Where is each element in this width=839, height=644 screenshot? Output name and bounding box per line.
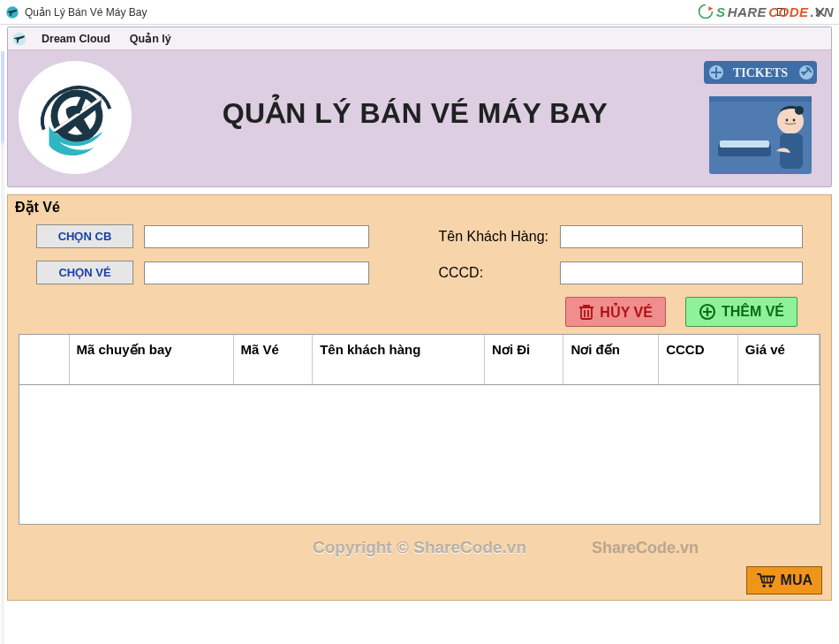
plane-globe-logo [19,61,132,174]
svg-point-20 [762,585,766,588]
svg-text:TICKETS: TICKETS [733,66,788,80]
plane-menu-icon [11,31,27,47]
swirl-icon [697,3,714,20]
col-cccd[interactable]: CCCD [659,335,738,384]
sharecode-brand: SHARECODE.VN [697,3,834,20]
col-ma-ve[interactable]: Mã Vé [233,335,313,384]
banner: QUẢN LÝ BÁN VÉ MÁY BAY TICKETS [8,50,831,186]
svg-point-21 [768,585,772,588]
watermark-right: ShareCode.vn [592,539,699,557]
trash-icon [578,303,594,321]
app-icon [5,5,19,19]
col-noi-den[interactable]: Nơi đến [563,335,659,384]
window-title: Quản Lý Bán Vé Máy Bay [25,6,147,19]
customer-name-field[interactable] [560,225,803,248]
svg-rect-18 [581,307,592,319]
svg-point-14 [795,106,804,115]
svg-point-15 [786,119,789,122]
svg-rect-10 [709,96,812,102]
cancel-ticket-label: HỦY VÉ [600,304,653,321]
col-noi-di[interactable]: Nơi Đi [485,335,563,384]
cccd-field[interactable] [560,261,803,284]
cancel-ticket-button[interactable]: HỦY VÉ [565,297,666,327]
svg-rect-12 [720,140,769,148]
col-ten-khach-hang[interactable]: Tên khách hàng [313,335,485,384]
cart-icon [756,572,775,588]
add-ticket-label: THÊM VÉ [722,304,784,320]
choose-ticket-button[interactable]: CHỌN VÉ [36,261,133,284]
col-gia-ve[interactable]: Giá vé [737,335,819,384]
grid-empty-body [19,384,820,517]
ticket-code-field[interactable] [144,261,369,284]
grid-header-row: Mã chuyến bay Mã Vé Tên khách hàng Nơi Đ… [19,335,820,384]
scrollbar-hint [1,51,4,644]
section-title: Đặt Vé [15,199,824,216]
buy-button[interactable]: MUA [746,566,822,595]
plus-circle-icon [699,303,716,321]
add-ticket-button[interactable]: THÊM VÉ [685,297,797,327]
cccd-label: CCCD: [438,265,559,281]
form-area: CHỌN CB Tên Khách Hàng: CHỌN VÉ CCCD: [13,224,826,284]
content-panel: Đặt Vé CHỌN CB Tên Khách Hàng: CHỌN VÉ C… [7,194,832,601]
menu-quan-ly[interactable]: Quản lý [121,29,180,48]
buy-label: MUA [781,572,813,588]
tickets-booth-icon: TICKETS [699,56,822,179]
flight-code-field[interactable] [144,225,369,248]
menu-strip: Dream Cloud Quản lý [8,27,831,50]
svg-point-16 [793,119,796,122]
watermark-center: Copyright © ShareCode.vn [313,538,526,557]
menu-dream-cloud[interactable]: Dream Cloud [33,30,119,48]
tickets-grid[interactable]: Mã chuyến bay Mã Vé Tên khách hàng Nơi Đ… [19,334,820,525]
col-ma-chuyen-bay[interactable]: Mã chuyến bay [69,335,233,384]
choose-flight-button[interactable]: CHỌN CB [36,224,133,248]
header-panel: Dream Cloud Quản lý QUẢN LÝ BÁN [7,27,832,187]
banner-title: QUẢN LÝ BÁN VÉ MÁY BAY [132,96,699,139]
col-selector[interactable] [19,335,69,384]
customer-name-label: Tên Khách Hàng: [438,229,559,245]
